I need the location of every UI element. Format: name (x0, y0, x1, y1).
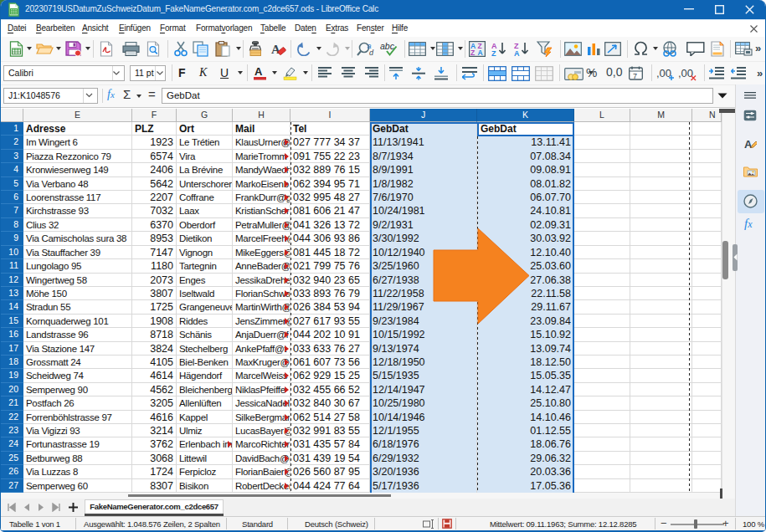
svg-text:A: A (514, 49, 520, 57)
svg-text:Z: Z (491, 49, 496, 57)
svg-text:A: A (478, 49, 483, 57)
svg-text:7: 7 (633, 72, 637, 80)
svg-text:Z: Z (470, 49, 475, 57)
svg-text:,00: ,00 (678, 67, 693, 79)
svg-text:abc: abc (380, 41, 395, 51)
svg-text:A: A (254, 65, 263, 78)
svg-text:d: d (369, 49, 374, 57)
